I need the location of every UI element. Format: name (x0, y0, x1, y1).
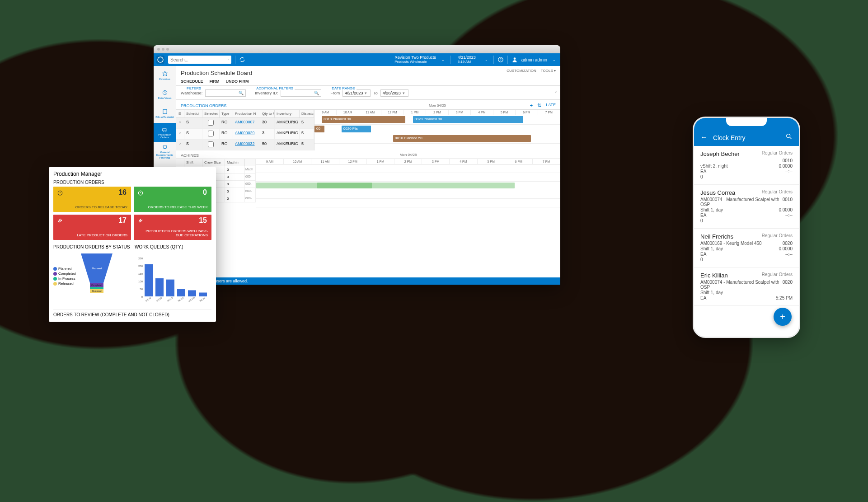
clock-entry[interactable]: Jesus CorreaRegular OrdersAM000074 - Man… (694, 185, 799, 229)
table-row[interactable]: ›SROAM00003250AMKEURIG5 (176, 140, 314, 150)
row-checkbox[interactable] (208, 141, 214, 147)
gantt-hour: 4 PM (471, 110, 493, 115)
kpi-tile[interactable]: 17LATE PRODUCTION ORDERS (53, 215, 131, 240)
kpi-tile[interactable]: 15PRODUCTION ORDERS WITH PAST-DUE OPERAT… (134, 215, 211, 240)
qty-header[interactable]: Qty to P (260, 110, 275, 117)
tools-menu[interactable]: TOOLS ▾ (541, 69, 556, 73)
search-field[interactable] (170, 57, 228, 62)
clock-entry[interactable]: Neil FrerichsRegular OrdersAM000169 - Ke… (694, 229, 799, 267)
schedule-header[interactable]: Schedul (184, 110, 202, 117)
firm-button[interactable]: FIRM (210, 79, 220, 84)
table-row[interactable]: ›SROAM0000293AMKEURIG5 (176, 129, 314, 140)
app-logo[interactable] (156, 56, 164, 64)
tile-label: PRODUCTION ORDERS WITH PAST-DUE OPERATIO… (145, 229, 208, 237)
crew-header[interactable]: Crew Size (202, 159, 225, 166)
search-input[interactable] (168, 56, 231, 64)
legend-item: Completed (53, 272, 76, 276)
chevron-down-icon: ⌄ (551, 58, 558, 62)
shift-header[interactable]: Shift (184, 159, 202, 166)
kpi-tile[interactable]: 16ORDERS TO RELEASE TODAY (53, 187, 131, 212)
fab-add-button[interactable]: + (774, 308, 792, 326)
production-link[interactable]: AM000029 (235, 131, 255, 135)
user-name[interactable]: admin admin (521, 57, 547, 62)
gantt-bar[interactable]: 0010 Planned 50 (393, 135, 531, 142)
production-link[interactable]: AM000032 (235, 141, 255, 146)
gantt-hour: 7 PM (533, 159, 560, 164)
kpi-tile[interactable]: 0ORDERS TO RELEASE THIS WEEK (134, 187, 211, 212)
date-selector[interactable]: 4/21/2023 8:19 AM (454, 56, 479, 64)
work-queues-chart: 050100150200250WC40WC50WC70WC20WC100WC30 (135, 251, 211, 305)
customization-link[interactable]: CUSTOMIZATION (507, 69, 536, 73)
expand-icon[interactable]: ⌄ (554, 89, 558, 94)
svg-text:WC40: WC40 (145, 296, 151, 302)
clock-entry[interactable]: Eric KillianRegular OrdersAM000074 - Man… (694, 267, 799, 306)
sidenav-dataviews[interactable]: Data Views (154, 85, 176, 104)
pm-footer[interactable]: ORDERS TO REVIEW (COMPLETE AND NOT CLOSE… (53, 309, 211, 317)
inventory-input[interactable]: 🔍 (281, 89, 321, 97)
mobile-title: Clock Entry (713, 134, 780, 141)
gantt-row (256, 173, 560, 182)
entry-name: Joseph Becher (700, 150, 740, 157)
status-bar: nly two concurrent users are allowed. (176, 277, 560, 285)
filters-row: FILTERS Warehouse: 🔍 ADDITIONAL FILTERS … (176, 85, 560, 100)
entry-tag: Regular Orders (762, 233, 793, 240)
gantt-hour: 4 PM (450, 159, 477, 164)
bar (145, 264, 153, 296)
svg-text:Planned: Planned (92, 267, 102, 270)
company-selector[interactable]: Revision Two Products Products Wholesale (394, 56, 436, 64)
gantt-bar[interactable] (317, 183, 372, 188)
sidenav-bom[interactable]: Bills of Material (154, 104, 176, 123)
gantt-bar[interactable]: 0020 Pla (342, 126, 371, 132)
production-manager-widget: Production Manager PRODUCTION ORDERS 16O… (49, 167, 216, 322)
gantt-hour: 3 PM (449, 110, 471, 115)
sidenav-production-orders[interactable]: Production Orders (154, 123, 176, 142)
svg-text:250: 250 (138, 257, 143, 260)
search-icon[interactable] (785, 133, 793, 141)
date-to-input[interactable]: 4/28/2023▾ (380, 89, 408, 97)
svg-rect-8 (162, 129, 166, 131)
chevron-down-icon: ⌄ (483, 58, 490, 62)
table-row[interactable]: ›SROAM00000730AMKEURIG5 (176, 118, 314, 129)
gantt-bar[interactable]: 0010 Planned 30 (322, 116, 405, 123)
back-icon[interactable]: ← (700, 133, 708, 141)
inventory-header[interactable]: Inventory I (275, 110, 300, 117)
date-from-input[interactable]: 4/21/2023▾ (343, 89, 371, 97)
gantt-bar[interactable] (256, 183, 515, 188)
svg-text:WC100: WC100 (188, 296, 195, 303)
gantt-hour: 1 PM (367, 159, 394, 164)
gantt-hour: 11 AM (359, 110, 381, 115)
gantt-bar[interactable]: 0020 Planned 30 (413, 116, 524, 123)
dispatch-header[interactable]: Dispatc (300, 110, 314, 117)
bar (166, 280, 174, 296)
gantt-day-label: Mon 04/25 (314, 103, 560, 108)
sidenav-favorites[interactable]: Favorites (154, 66, 176, 85)
tile-number: 16 (118, 188, 127, 197)
production-orders-grid: ⊞ Schedul Selected Type Production N Qty… (176, 109, 560, 150)
gantt-hour: 10 AM (284, 159, 311, 164)
undo-firm-button[interactable]: UNDO FIRM (226, 79, 249, 84)
warehouse-input[interactable]: 🔍 (205, 89, 246, 97)
bar (155, 278, 164, 296)
svg-text:100: 100 (138, 280, 143, 283)
schedule-button[interactable]: SCHEDULE (181, 79, 203, 84)
gantt-row: 0010 Planned 300020 Planned 30 (314, 115, 560, 125)
funnel-chart: Planned Completed Released (79, 251, 115, 301)
type-header[interactable]: Type (220, 110, 233, 117)
page-actions: SCHEDULE FIRM UNDO FIRM (181, 79, 556, 84)
date-range-label: DATE RANGE (330, 86, 356, 90)
refresh-icon[interactable] (239, 56, 245, 63)
user-icon (511, 56, 518, 63)
machine-header[interactable]: Machin (225, 159, 245, 166)
gantt-row: 0010 Planned 50 (314, 134, 560, 144)
production-link[interactable]: AM000007 (235, 120, 255, 124)
sidenav-mrp[interactable]: Material Requirements Planning (154, 142, 176, 161)
row-checkbox[interactable] (208, 120, 214, 126)
gantt-bar[interactable]: 00 (314, 126, 324, 132)
filters-label: FILTERS (185, 86, 202, 90)
prodno-header[interactable]: Production N (233, 110, 260, 117)
row-checkbox[interactable] (208, 131, 214, 136)
selected-header[interactable]: Selected (202, 110, 220, 117)
help-icon[interactable]: ? (497, 56, 504, 63)
svg-text:150: 150 (138, 272, 143, 275)
clock-entry[interactable]: Joseph BecherRegular Orders0010vShift 2,… (694, 146, 799, 185)
